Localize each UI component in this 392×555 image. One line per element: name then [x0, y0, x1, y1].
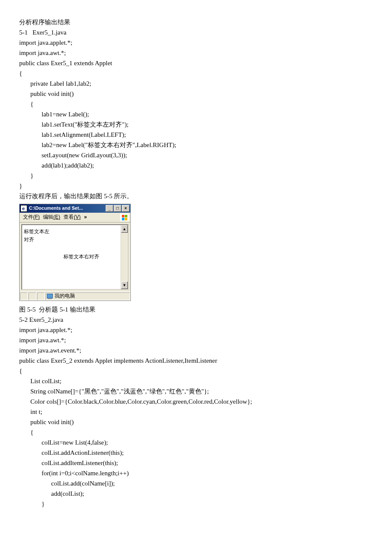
code-line: colList=new List(4,false); [19, 437, 373, 448]
example-2-title: 5-2 Exer5_2.java [19, 315, 373, 325]
statusbar: 我的电脑 [20, 292, 130, 301]
computer-icon [47, 294, 53, 299]
status-segment [20, 292, 28, 300]
code-line: { [19, 366, 373, 376]
code-line: private Label lab1,lab2; [19, 78, 373, 89]
code-line: Color cols[]={Color.black,Color.blue,Col… [19, 396, 373, 407]
code-line: public class Exer5_1 extends Applet [19, 58, 373, 68]
code-line: lab1.setAlignment(Label.LEFT); [19, 130, 373, 140]
code-line: public void init() [19, 89, 373, 99]
code-line: import java.awt.*; [19, 48, 373, 58]
code-line: colList.addItemListener(this); [19, 458, 373, 468]
code-line: public class Exer5_2 extends Applet impl… [19, 356, 373, 366]
code-line: add(colList); [19, 489, 373, 499]
menubar: 文件(F) 编辑(E) 查看(V) » [20, 213, 130, 223]
code-line: List colList; [19, 376, 373, 386]
code-line: for(int i=0;i<colName.length;i++) [19, 468, 373, 478]
code-line: } [19, 181, 373, 191]
code-line: { [19, 427, 373, 437]
code-line: String colName[]={"黑色","蓝色","浅蓝色","绿色","… [19, 386, 373, 396]
scroll-down-button[interactable]: ▼ [121, 281, 128, 289]
minimize-button[interactable]: _ [106, 205, 113, 212]
grid-cell-label-left: 标签文本左对齐 [22, 225, 55, 246]
code-line: { [19, 99, 373, 109]
maximize-button[interactable]: □ [114, 205, 121, 212]
status-main: 我的电脑 [46, 292, 130, 300]
code-line: import java.applet.*; [19, 325, 373, 335]
titlebar[interactable]: C:\Documents and Set... _ □ × [20, 204, 130, 213]
run-result-text: 运行改程序后，输出结果如图 5-5 所示。 [19, 191, 373, 201]
grid-cell-label-right: 标签文本右对齐 [22, 246, 121, 268]
menu-file[interactable]: 文件(F) [21, 213, 41, 221]
code-line: import java.awt.*; [19, 335, 373, 345]
code-line: lab1=new Label(); [19, 109, 373, 119]
applet-content: 标签文本左对齐 标签文本右对齐 ▲ ▼ [21, 224, 129, 290]
ie-icon [20, 205, 27, 212]
code-line: import java.applet.*; [19, 38, 373, 48]
status-text: 我的电脑 [55, 292, 75, 300]
status-segment [37, 292, 45, 300]
code-line: int t; [19, 407, 373, 417]
code-line: public void init() [19, 417, 373, 427]
code-line: add(lab1);add(lab2); [19, 160, 373, 171]
code-line: colList.addActionListener(this); [19, 448, 373, 458]
code-line: colList.add(colName[i]); [19, 478, 373, 489]
status-segment [29, 292, 36, 300]
menu-view[interactable]: 查看(V) [62, 213, 82, 221]
vertical-scrollbar[interactable]: ▲ ▼ [121, 225, 128, 289]
section-heading: 分析程序输出结果 [19, 17, 373, 27]
window-title: C:\Documents and Set... [29, 205, 105, 212]
code-line: lab1.setText("标签文本左对齐"); [19, 119, 373, 130]
code-line: { [19, 68, 373, 78]
close-button[interactable]: × [122, 205, 130, 212]
code-line: lab2=new Label("标签文本右对齐",Label.RIGHT); [19, 140, 373, 150]
example-1-title: 5-1 Exer5_1.java [19, 27, 373, 38]
menu-more[interactable]: » [82, 213, 89, 221]
code-line: } [19, 171, 373, 181]
scroll-track[interactable] [121, 233, 128, 281]
windows-logo-icon [120, 214, 129, 221]
applet-window: C:\Documents and Set... _ □ × 文件(F) 编辑(E… [19, 204, 131, 301]
scroll-up-button[interactable]: ▲ [121, 225, 128, 233]
code-line: import java.awt.event.*; [19, 345, 373, 356]
menu-edit[interactable]: 编辑(E) [41, 213, 62, 221]
code-line: } [19, 499, 373, 509]
figure-caption: 图 5-5 分析题 5-1 输出结果 [19, 304, 373, 315]
code-line: setLayout(new GridLayout(3,3)); [19, 150, 373, 160]
